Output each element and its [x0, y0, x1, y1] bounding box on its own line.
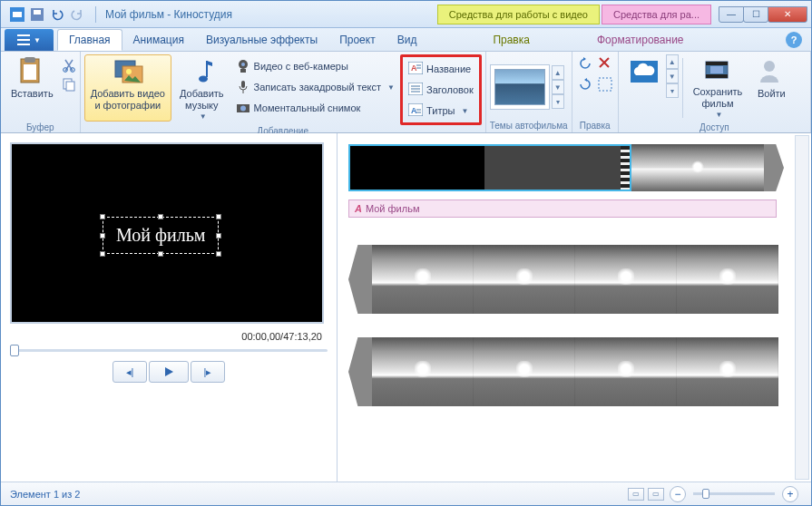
svg-rect-7: [24, 57, 35, 63]
close-button[interactable]: ✕: [768, 6, 807, 23]
group-buffer-label: Буфер: [5, 122, 76, 132]
zoom-slider[interactable]: [693, 492, 775, 495]
add-credits-button[interactable]: A Титры▼: [405, 101, 477, 121]
caption-icon: [408, 83, 423, 97]
app-icon: [10, 7, 24, 22]
svg-rect-36: [599, 78, 611, 91]
svg-text:A: A: [411, 63, 417, 73]
thumb-size-large[interactable]: ▭: [648, 488, 664, 501]
timeline-row-3[interactable]: [348, 337, 800, 406]
play-button[interactable]: [149, 361, 189, 383]
tab-project[interactable]: Проект: [328, 29, 386, 51]
maximize-button[interactable]: ☐: [743, 6, 768, 23]
svg-rect-19: [240, 69, 246, 73]
svg-rect-8: [24, 64, 36, 80]
rotate-left-icon[interactable]: [578, 56, 592, 71]
prev-frame-button[interactable]: ◂|: [113, 361, 147, 383]
video-preview[interactable]: Мой фильм: [10, 142, 324, 324]
vertical-scrollbar[interactable]: [795, 135, 809, 480]
svg-point-42: [764, 61, 775, 72]
svg-point-18: [241, 63, 245, 66]
share-down[interactable]: ▼: [666, 69, 679, 83]
credits-icon: A: [408, 103, 423, 118]
title-clip[interactable]: [348, 144, 631, 191]
add-music-button[interactable]: Добавить музыку ▼: [173, 54, 230, 122]
caption-track[interactable]: A Мой фильм: [348, 199, 777, 218]
select-all-icon[interactable]: [598, 77, 612, 92]
svg-rect-41: [710, 66, 723, 73]
undo-icon[interactable]: [50, 7, 64, 22]
svg-rect-20: [241, 81, 245, 88]
add-title-button[interactable]: A Название: [405, 59, 477, 79]
signin-button[interactable]: Войти: [750, 54, 792, 122]
snapshot-button[interactable]: Моментальный снимок: [232, 98, 398, 118]
tab-format[interactable]: Форматирование: [586, 29, 695, 51]
delete-icon[interactable]: [598, 56, 611, 71]
ribbon-tabs: ▼ Главная Анимация Визуальные эффекты Пр…: [1, 28, 811, 52]
voiceover-button[interactable]: Записать закадровый текст▼: [232, 77, 398, 97]
paste-label: Вставить: [11, 88, 54, 100]
main-area: Мой фильм 00:00,00/47:13,20 ◂| |▸: [1, 133, 811, 482]
svg-rect-3: [17, 34, 30, 36]
tab-home[interactable]: Главная: [57, 29, 122, 51]
share-more[interactable]: ▾: [666, 83, 679, 98]
timeline-row-2[interactable]: [348, 245, 800, 314]
svg-rect-39: [706, 62, 728, 65]
add-caption-button[interactable]: Заголовок: [405, 80, 477, 100]
context-tab-video[interactable]: Средства для работы с видео: [437, 5, 600, 24]
caption-text: Мой фильм: [366, 203, 420, 214]
tab-edit[interactable]: Правка: [482, 29, 541, 51]
timeline-pane: A Мой фильм: [337, 133, 811, 482]
camera-icon: [236, 101, 250, 115]
skydrive-button[interactable]: [622, 54, 664, 122]
text-track-icon: A: [355, 203, 362, 214]
zoom-in-button[interactable]: +: [782, 486, 798, 502]
timecode: 00:00,00/47:13,20: [15, 331, 322, 342]
title-textbox[interactable]: Мой фильм: [103, 217, 219, 254]
window-title: Мой фильм - Киностудия: [102, 8, 232, 21]
share-up[interactable]: ▲: [666, 54, 679, 69]
group-themes-label: Темы автофильма: [490, 120, 568, 131]
tab-animation[interactable]: Анимация: [122, 29, 195, 51]
clip-arrow: [764, 144, 784, 191]
help-icon[interactable]: ?: [786, 32, 802, 48]
next-frame-button[interactable]: |▸: [191, 361, 225, 383]
cut-icon[interactable]: [62, 58, 76, 73]
save-movie-button[interactable]: Сохранить фильм▼: [687, 54, 749, 122]
gallery-down[interactable]: ▼: [552, 80, 564, 94]
gallery-up[interactable]: ▲: [552, 65, 564, 80]
ribbon: Вставить Буфер Добавить видео и фотограф…: [1, 52, 811, 133]
playback-slider[interactable]: [10, 349, 328, 352]
thumb-size-small[interactable]: ▭: [628, 488, 644, 501]
redo-icon[interactable]: [70, 7, 84, 22]
minimize-button[interactable]: —: [719, 6, 744, 23]
svg-rect-40: [706, 74, 728, 78]
save-icon[interactable]: [30, 7, 44, 22]
tab-view[interactable]: Вид: [386, 29, 428, 51]
zoom-out-button[interactable]: −: [670, 486, 686, 502]
svg-rect-12: [66, 82, 74, 91]
svg-text:A: A: [411, 106, 417, 115]
file-menu[interactable]: ▼: [5, 29, 54, 51]
webcam-button[interactable]: Видео с веб-камеры: [232, 56, 398, 76]
preview-pane: Мой фильм 00:00,00/47:13,20 ◂| |▸: [1, 133, 337, 482]
add-music-label: Добавить музыку: [180, 88, 224, 111]
rotate-right-icon[interactable]: [578, 77, 592, 92]
add-media-button[interactable]: Добавить видео и фотографии: [84, 54, 171, 122]
gallery-more[interactable]: ▾: [552, 94, 564, 109]
copy-icon[interactable]: [62, 77, 76, 92]
title-text: Мой фильм: [116, 225, 205, 245]
paste-button[interactable]: Вставить: [5, 54, 60, 122]
svg-point-16: [199, 76, 208, 83]
signin-label: Войти: [758, 88, 786, 100]
timeline-row-1[interactable]: [348, 144, 800, 191]
add-media-label: Добавить видео и фотографии: [91, 88, 165, 111]
webcam-icon: [236, 59, 250, 73]
title-tools-highlight: A Название Заголовок A Титры▼: [400, 54, 482, 125]
titlebar: Мой фильм - Киностудия Средства для рабо…: [1, 1, 811, 28]
svg-point-23: [240, 106, 246, 112]
title-icon: A: [408, 62, 423, 76]
tab-effects[interactable]: Визуальные эффекты: [195, 29, 328, 51]
context-tab-text[interactable]: Средства для ра...: [602, 5, 711, 24]
autotheme-gallery[interactable]: [490, 64, 550, 110]
